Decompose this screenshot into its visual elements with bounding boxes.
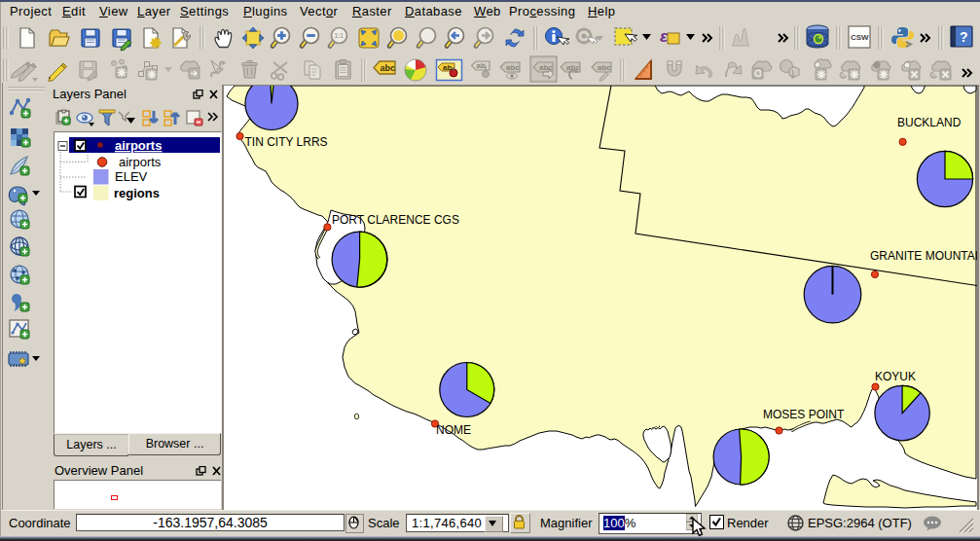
svg-text:CSW: CSW: [851, 33, 869, 42]
svg-text:ELEV: ELEV: [115, 169, 148, 184]
svg-text:GRANITE MOUNTAIN: GRANITE MOUNTAIN: [870, 249, 977, 263]
svg-text:airports: airports: [115, 138, 162, 153]
svg-text:PORT CLARENCE CGS: PORT CLARENCE CGS: [332, 213, 459, 227]
svg-text:ab: ab: [477, 61, 486, 70]
svg-text:NOME: NOME: [436, 423, 471, 437]
svg-text:MOSES POINT: MOSES POINT: [763, 408, 845, 421]
svg-text:abc: abc: [381, 63, 396, 73]
svg-text:KOYUK: KOYUK: [875, 370, 916, 383]
svg-text:TIN CITY LRRS: TIN CITY LRRS: [245, 135, 328, 149]
svg-text:?: ?: [960, 29, 968, 45]
svg-text:regions: regions: [114, 186, 160, 200]
svg-text:BUCKLAND: BUCKLAND: [897, 116, 962, 129]
svg-text:airports: airports: [119, 155, 162, 169]
svg-text:1:1: 1:1: [335, 32, 345, 39]
svg-text:ε: ε: [660, 27, 669, 46]
